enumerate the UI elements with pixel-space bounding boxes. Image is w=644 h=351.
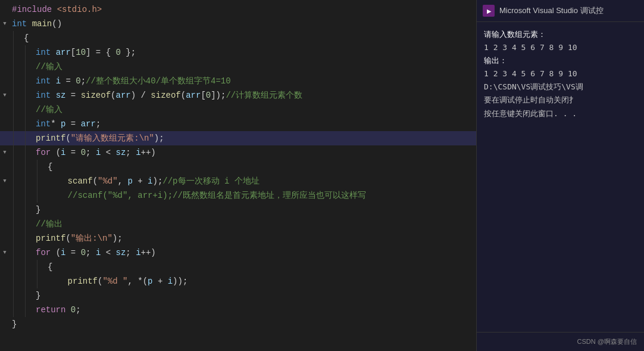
fold-button[interactable]: ▼ <box>0 17 10 31</box>
code-content: //scanf("%d", arr+i);//既然数组名是首元素地址，理所应当也… <box>45 188 476 203</box>
code-content: //输出 <box>33 217 476 231</box>
indent-guide <box>13 31 21 45</box>
indent-guide <box>13 131 21 145</box>
code-line: return 0; <box>0 303 476 317</box>
output-line: 要在调试停止时自动关闭扌 <box>484 94 637 107</box>
code-content: for (i = 0; i < sz; i++) <box>33 246 476 260</box>
code-line: //输出 <box>0 217 476 231</box>
output-line: 1 2 3 4 5 6 7 8 9 10 <box>484 67 637 80</box>
indent-guide <box>37 260 45 274</box>
indent-guide <box>25 174 33 188</box>
indent-guide <box>13 246 21 260</box>
indent-guide <box>13 60 21 74</box>
indent-guide <box>25 274 33 288</box>
code-line: int i = 0;//整个数组大小40/单个数组字节4=10 <box>0 74 476 88</box>
code-content: } <box>33 203 476 217</box>
indent-guide <box>25 231 33 246</box>
indent-guide <box>13 117 21 131</box>
indent-guide <box>13 102 21 117</box>
output-line: 按任意键关闭此窗口. . . <box>484 107 637 120</box>
code-line: //输入 <box>0 60 476 74</box>
indent-guide <box>13 303 21 317</box>
output-line: 输出： <box>484 54 637 67</box>
indent-guide <box>25 131 33 145</box>
code-content: //输入 <box>33 102 476 117</box>
code-line: { <box>0 160 476 174</box>
code-content: int main() <box>10 17 476 31</box>
fold-button[interactable]: ▼ <box>0 174 10 188</box>
indent-guide <box>25 288 33 303</box>
svg-text:▶: ▶ <box>487 8 492 14</box>
code-line: int* p = arr; <box>0 117 476 131</box>
indent-guide <box>13 88 21 102</box>
indent-guide <box>13 145 21 160</box>
code-panel: #include <stdio.h>▼int main(){int arr[10… <box>0 0 476 351</box>
indent-guide <box>25 246 33 260</box>
code-content: } <box>10 317 476 331</box>
output-line: 请输入数组元素： <box>484 28 637 41</box>
code-line: printf("%d ", *(p + i)); <box>0 274 476 288</box>
code-line: } <box>0 203 476 217</box>
code-line: } <box>0 288 476 303</box>
code-area: #include <stdio.h>▼int main(){int arr[10… <box>0 0 476 334</box>
code-content: for (i = 0; i < sz; i++) <box>33 145 476 160</box>
indent-guide <box>25 160 33 174</box>
indent-guide <box>25 117 33 131</box>
code-line: ▼for (i = 0; i < sz; i++) <box>0 246 476 260</box>
code-line: #include <stdio.h> <box>0 2 476 17</box>
code-line: ▼ scanf("%d", p + i);//p每一次移动 i 个地址 <box>0 174 476 188</box>
indent-guide <box>25 217 33 231</box>
indent-guide <box>25 88 33 102</box>
code-content: scanf("%d", p + i);//p每一次移动 i 个地址 <box>45 174 476 188</box>
output-panel: ▶ Microsoft Visual Studio 调试控 请输入数组元素：1 … <box>476 0 644 351</box>
fold-button[interactable]: ▼ <box>0 88 10 102</box>
code-content: } <box>33 288 476 303</box>
code-line: //scanf("%d", arr+i);//既然数组名是首元素地址，理所应当也… <box>0 188 476 203</box>
code-line: printf("请输入数组元素:\n"); <box>0 131 476 145</box>
indent-guide <box>13 217 21 231</box>
indent-guide <box>13 203 21 217</box>
code-line: //输入 <box>0 102 476 117</box>
indent-guide <box>25 45 33 60</box>
indent-guide <box>25 203 33 217</box>
indent-guide <box>13 274 21 288</box>
indent-guide <box>13 188 21 203</box>
indent-guide <box>13 260 21 274</box>
output-line: 1 2 3 4 5 6 7 8 9 10 <box>484 41 637 54</box>
vs-icon: ▶ <box>483 5 495 17</box>
fold-button[interactable]: ▼ <box>0 145 10 160</box>
code-line: printf("输出:\n"); <box>0 231 476 246</box>
fold-button[interactable]: ▼ <box>0 246 10 260</box>
indent-guide <box>25 60 33 74</box>
output-line: D:\CSDN\VS调试技巧\VS调 <box>484 80 637 94</box>
code-line: { <box>0 31 476 45</box>
code-content: { <box>45 260 476 274</box>
code-content: int i = 0;//整个数组大小40/单个数组字节4=10 <box>33 74 476 88</box>
indent-guide <box>25 260 33 274</box>
code-line: } <box>0 317 476 331</box>
indent-guide <box>37 160 45 174</box>
output-footer: CSDN @啊森要自信 <box>477 332 644 351</box>
code-content: int arr[10] = { 0 }; <box>33 45 476 60</box>
code-line: int arr[10] = { 0 }; <box>0 45 476 60</box>
code-line: ▼for (i = 0; i < sz; i++) <box>0 145 476 160</box>
indent-guide <box>25 303 33 317</box>
indent-guide <box>37 274 45 288</box>
code-content: #include <stdio.h> <box>10 2 476 17</box>
indent-guide <box>25 74 33 88</box>
code-content: printf("请输入数组元素:\n"); <box>33 131 476 145</box>
indent-guide <box>37 174 45 188</box>
indent-guide <box>13 45 21 60</box>
indent-guide <box>13 174 21 188</box>
code-content: printf("输出:\n"); <box>33 231 476 246</box>
indent-guide <box>13 288 21 303</box>
indent-guide <box>25 102 33 117</box>
indent-guide <box>37 188 45 203</box>
code-content: { <box>21 31 476 45</box>
code-content: int* p = arr; <box>33 117 476 131</box>
code-content: int sz = sizeof(arr) / sizeof(arr[0]);//… <box>33 88 476 102</box>
code-line: { <box>0 260 476 274</box>
indent-guide <box>25 145 33 160</box>
indent-guide <box>13 160 21 174</box>
code-line: ▼int sz = sizeof(arr) / sizeof(arr[0]);/… <box>0 88 476 102</box>
